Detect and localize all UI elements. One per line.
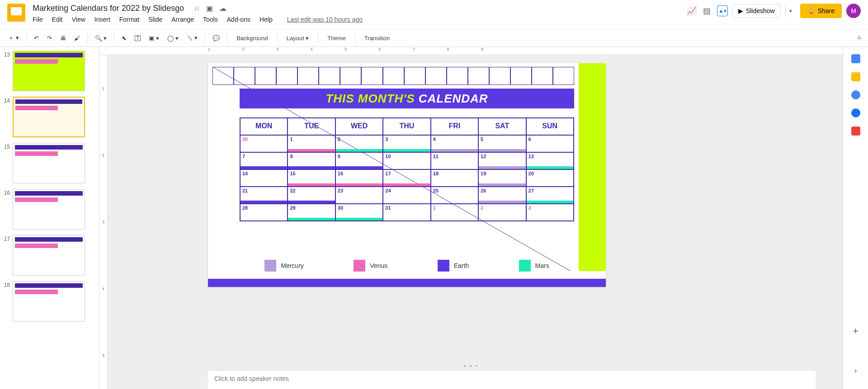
textbox-tool[interactable]: 🅃 xyxy=(132,33,143,43)
speaker-notes[interactable]: Click to add speaker notes xyxy=(208,370,816,389)
calendar-cell[interactable]: 7 xyxy=(240,152,288,169)
zoom-button[interactable]: 🔍 ▾ xyxy=(92,33,110,43)
cloud-icon[interactable]: ☁ xyxy=(219,4,226,13)
keep-app-icon[interactable] xyxy=(851,72,860,81)
slideshow-caret[interactable]: ▼ xyxy=(785,5,796,17)
calendar-cell[interactable]: 2 xyxy=(335,135,383,152)
calendar-cell[interactable]: 31 xyxy=(383,204,430,221)
last-edit[interactable]: Last edit was 10 hours ago xyxy=(287,16,363,23)
print-button[interactable]: 🖶 xyxy=(57,33,69,43)
calendar-cell[interactable]: 25 xyxy=(431,187,478,204)
trend-icon[interactable]: 📈 xyxy=(686,5,697,16)
calendar-cell[interactable]: 1 xyxy=(288,135,335,152)
layout-menu[interactable]: Layout ▾ xyxy=(282,33,314,43)
select-tool[interactable]: ⬉ xyxy=(119,33,129,43)
day-header: MON xyxy=(240,118,288,135)
calendar-app-icon[interactable] xyxy=(851,54,860,63)
calendar-cell[interactable]: 24 xyxy=(383,187,430,204)
top-grid-cell xyxy=(361,67,382,85)
slide-thumbnail-15[interactable] xyxy=(13,143,85,183)
menu-format[interactable]: Format xyxy=(119,16,139,23)
transition-menu[interactable]: Transition xyxy=(360,33,395,43)
expand-panel-icon[interactable]: › xyxy=(854,366,857,375)
slide-thumbnail-17[interactable] xyxy=(13,235,85,276)
star-icon[interactable]: ☆ xyxy=(193,4,200,13)
calendar-cell[interactable]: 10 xyxy=(383,152,430,169)
calendar-cell[interactable]: 18 xyxy=(431,169,478,187)
legend-swatch xyxy=(519,260,531,272)
menu-view[interactable]: View xyxy=(72,16,85,23)
calendar-cell[interactable]: 30 xyxy=(240,135,288,152)
present-up-icon[interactable]: ▲▾ xyxy=(717,5,728,16)
calendar-cell[interactable]: 6 xyxy=(526,135,574,152)
calendar-cell[interactable]: 1 xyxy=(431,204,478,221)
comment-button[interactable]: 💬 xyxy=(210,33,222,43)
filmstrip[interactable]: 131415161718 xyxy=(0,47,99,389)
calendar-cell[interactable]: 5 xyxy=(478,135,526,152)
slides-logo-icon[interactable] xyxy=(7,4,25,22)
share-button[interactable]: 🔒 Share xyxy=(800,4,842,18)
calendar-cell[interactable]: 13 xyxy=(526,152,574,169)
legend-swatch xyxy=(438,260,449,272)
calendar-cell[interactable]: 2 xyxy=(478,204,526,221)
calendar-cell[interactable]: 26 xyxy=(478,187,526,204)
top-grid-cell xyxy=(510,67,532,85)
avatar[interactable]: M xyxy=(846,4,861,18)
slide-canvas[interactable]: THIS MONTH'S CALENDAR MONTUEWEDTHUFRISAT… xyxy=(208,63,606,287)
image-tool[interactable]: ▣ ▾ xyxy=(146,33,162,43)
new-slide-button[interactable]: ＋ ▾ xyxy=(5,32,22,44)
maps-app-icon[interactable] xyxy=(851,127,860,136)
add-app-icon[interactable]: + xyxy=(851,325,860,334)
calendar-cell[interactable]: 15 xyxy=(288,169,335,187)
menu-arrange[interactable]: Arrange xyxy=(171,16,194,23)
menu-tools[interactable]: Tools xyxy=(203,16,218,23)
theme-menu[interactable]: Theme xyxy=(323,33,350,43)
calendar-cell[interactable]: 8 xyxy=(288,152,335,169)
menu-add-ons[interactable]: Add-ons xyxy=(227,16,250,23)
menu-help[interactable]: Help xyxy=(259,16,273,23)
tasks-app-icon[interactable] xyxy=(851,90,860,99)
calendar-cell[interactable]: 3 xyxy=(526,204,574,221)
calendar-cell[interactable]: 28 xyxy=(240,204,288,221)
calendar-cell[interactable]: 4 xyxy=(431,135,478,152)
slide-thumbnail-13[interactable] xyxy=(13,51,85,91)
move-icon[interactable]: ▣ xyxy=(206,4,213,13)
calendar-cell[interactable]: 16 xyxy=(335,169,383,187)
calendar-cell[interactable]: 14 xyxy=(240,169,288,187)
menu-insert[interactable]: Insert xyxy=(94,16,110,23)
calendar-cell[interactable]: 27 xyxy=(526,187,574,204)
doc-title[interactable]: Marketing Calendars for 2022 by Slidesgo xyxy=(33,4,184,13)
calendar-cell[interactable]: 23 xyxy=(335,187,383,204)
calendar-cell[interactable]: 21 xyxy=(240,187,288,204)
menu-file[interactable]: File xyxy=(33,16,43,23)
slide-thumbnail-14[interactable] xyxy=(13,97,85,137)
calendar-cell[interactable]: 12 xyxy=(478,152,526,169)
calendar-cell[interactable]: 17 xyxy=(383,169,430,187)
title-part-1: THIS MONTH'S xyxy=(326,92,415,106)
calendar-cell[interactable]: 11 xyxy=(431,152,478,169)
calendar-cell[interactable]: 22 xyxy=(288,187,335,204)
comments-icon[interactable]: ▤ xyxy=(702,5,712,16)
redo-button[interactable]: ↷ xyxy=(44,33,55,43)
paint-format-button[interactable]: 🖌 xyxy=(71,33,83,43)
calendar-cell[interactable]: 3 xyxy=(383,135,430,152)
calendar-cell[interactable]: 20 xyxy=(526,169,574,187)
slideshow-button[interactable]: ▶ Slideshow xyxy=(732,4,781,18)
menu-edit[interactable]: Edit xyxy=(52,16,63,23)
undo-button[interactable]: ↶ xyxy=(31,33,42,43)
line-tool[interactable]: ＼ ▾ xyxy=(184,32,201,44)
background-menu[interactable]: Background xyxy=(232,33,272,43)
calendar-cell[interactable]: 30 xyxy=(335,204,383,221)
calendar-table[interactable]: MONTUEWEDTHUFRISATSUN3012345678910111213… xyxy=(240,117,574,221)
contacts-app-icon[interactable] xyxy=(851,108,860,117)
calendar-cell[interactable]: 29 xyxy=(288,204,335,221)
slide-thumbnail-18[interactable] xyxy=(13,281,85,322)
shape-tool[interactable]: ◯ ▾ xyxy=(165,33,182,43)
menu-slide[interactable]: Slide xyxy=(148,16,162,23)
slide-title[interactable]: THIS MONTH'S CALENDAR xyxy=(240,89,574,108)
calendar-cell[interactable]: 19 xyxy=(478,169,526,187)
collapse-toolbar-icon[interactable]: ㅿ xyxy=(856,34,863,42)
drag-handle-icon[interactable]: ● ● ● xyxy=(463,363,479,368)
calendar-cell[interactable]: 9 xyxy=(335,152,383,169)
slide-thumbnail-16[interactable] xyxy=(13,189,85,230)
